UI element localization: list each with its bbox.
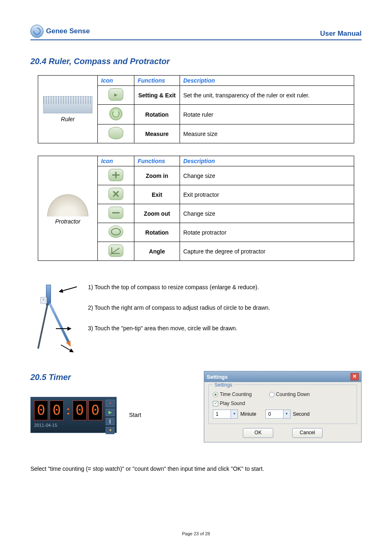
- col-description: Description: [180, 156, 354, 166]
- timer-section: 20.5 Timer 0 0 : 0 0 2011-04-15 × ▶ ∥: [30, 371, 362, 442]
- brand-logo-icon: [30, 25, 44, 38]
- arrow-icon: [56, 328, 71, 329]
- timer-date: 2011-04-15: [34, 423, 102, 428]
- func-cell: Setting & Exit: [134, 86, 180, 105]
- minute-label: Miniute: [240, 411, 256, 417]
- protractor-table: Protractor Icon Functions Description Zo…: [38, 156, 354, 261]
- desc-cell: Measure size: [180, 124, 354, 143]
- timer-instructions: Select "time counting (= stop watch)" or…: [30, 465, 362, 472]
- product-name: Genee Sense: [46, 27, 90, 35]
- desc-cell: Change size: [180, 166, 354, 185]
- protractor-label: Protractor: [42, 218, 94, 225]
- chevron-down-icon: ▾: [231, 410, 238, 418]
- time-counting-radio[interactable]: Time Counting: [213, 391, 252, 397]
- compass-image-icon: [35, 285, 80, 355]
- rotation-icon: [109, 107, 122, 120]
- second-value: 0: [266, 411, 283, 417]
- settings-fieldset: Settings Time Counting Counting Down: [208, 385, 357, 424]
- ok-button[interactable]: OK: [243, 428, 273, 438]
- desc-cell: Exit protractor: [180, 185, 354, 204]
- func-cell: Rotation: [134, 223, 180, 242]
- counting-down-label: Counting Down: [276, 391, 310, 397]
- start-label: Start: [129, 412, 141, 418]
- cancel-button[interactable]: Cancel: [292, 428, 323, 438]
- func-cell: Angle: [134, 242, 180, 261]
- doc-title: User Manual: [320, 30, 362, 38]
- play-sound-label: Play Sound: [220, 401, 245, 406]
- timer-digit: 0: [73, 401, 87, 420]
- arrow-icon: [60, 286, 77, 292]
- section-20-4-title: 20.4 Ruler, Compass and Protractor: [30, 57, 362, 66]
- func-cell: Zoom out: [134, 204, 180, 223]
- fieldset-legend: Settings: [213, 382, 234, 388]
- compass-block: 1) Touch the top of compass to resize co…: [30, 281, 362, 355]
- checkbox-icon: [213, 401, 218, 406]
- desc-cell: Change size: [180, 204, 354, 223]
- compass-step-1: 1) Touch the top of compass to resize co…: [88, 284, 362, 290]
- timer-colon: :: [65, 403, 71, 417]
- timer-digit: 0: [34, 401, 48, 420]
- settings-dialog: Settings ✕ Settings Time Counting Counti…: [204, 371, 362, 442]
- ruler-image-icon: [43, 96, 92, 113]
- protractor-tool-cell: Protractor: [38, 156, 98, 261]
- play-sound-checkbox[interactable]: Play Sound: [213, 401, 353, 406]
- timer-play-button[interactable]: ▶: [106, 409, 115, 416]
- col-functions: Functions: [134, 76, 180, 86]
- setting-exit-icon: [108, 88, 123, 101]
- zoom-out-icon: [108, 207, 123, 219]
- timer-digit: 0: [88, 401, 102, 420]
- desc-cell: Rotate protractor: [180, 223, 354, 242]
- chevron-down-icon: ▾: [283, 410, 290, 418]
- second-label: Second: [293, 411, 310, 417]
- measure-icon: [108, 127, 123, 139]
- desc-cell: Capture the degree of protractor: [180, 242, 354, 261]
- timer-close-button[interactable]: ×: [106, 400, 115, 407]
- col-icon: Icon: [98, 156, 134, 166]
- radio-icon: [269, 392, 274, 397]
- timer-pause-button[interactable]: ∥: [106, 418, 115, 425]
- timer-widget[interactable]: 0 0 : 0 0 2011-04-15 × ▶ ∥ ✦: [30, 397, 117, 433]
- ruler-table: Ruler Icon Functions Description Setting…: [38, 75, 354, 143]
- ruler-label: Ruler: [42, 116, 94, 122]
- col-description: Description: [180, 76, 354, 86]
- radio-icon: [213, 392, 218, 397]
- desc-cell: Rotate ruler: [180, 105, 354, 124]
- section-20-5-title: 20.5 Timer: [30, 373, 191, 382]
- protractor-image-icon: [47, 192, 88, 216]
- page-header: Genee Sense User Manual: [30, 25, 362, 40]
- settings-dialog-close-button[interactable]: ✕: [350, 373, 359, 380]
- timer-digit: 0: [50, 401, 64, 420]
- col-icon: Icon: [98, 76, 134, 86]
- settings-dialog-title: Settings: [207, 374, 228, 380]
- col-functions: Functions: [134, 156, 180, 166]
- exit-icon: [108, 188, 123, 200]
- compass-step-3: 3) Touch the "pen-tip" area then move, c…: [88, 325, 362, 332]
- angle-icon: [108, 244, 123, 257]
- counting-down-radio[interactable]: Counting Down: [269, 391, 310, 397]
- desc-cell: Set the unit, transparency of the ruler …: [180, 86, 354, 105]
- ruler-tool-cell: Ruler: [38, 76, 98, 143]
- second-select[interactable]: 0 ▾: [265, 410, 291, 419]
- minute-value: 1: [213, 411, 231, 417]
- timer-settings-button[interactable]: ✦: [106, 427, 115, 434]
- compass-step-2: 2) Touch the right arm of compass to adj…: [88, 304, 362, 311]
- func-cell: Exit: [134, 185, 180, 204]
- func-cell: Zoom in: [134, 166, 180, 185]
- time-counting-label: Time Counting: [220, 391, 252, 397]
- compass-close-icon: [40, 297, 47, 304]
- func-cell: Measure: [134, 124, 180, 143]
- protractor-rotation-icon: [108, 226, 123, 238]
- page-footer: Page 23 of 28: [0, 531, 392, 536]
- minute-select[interactable]: 1 ▾: [213, 410, 238, 419]
- zoom-in-icon: [108, 169, 123, 181]
- func-cell: Rotation: [134, 105, 180, 124]
